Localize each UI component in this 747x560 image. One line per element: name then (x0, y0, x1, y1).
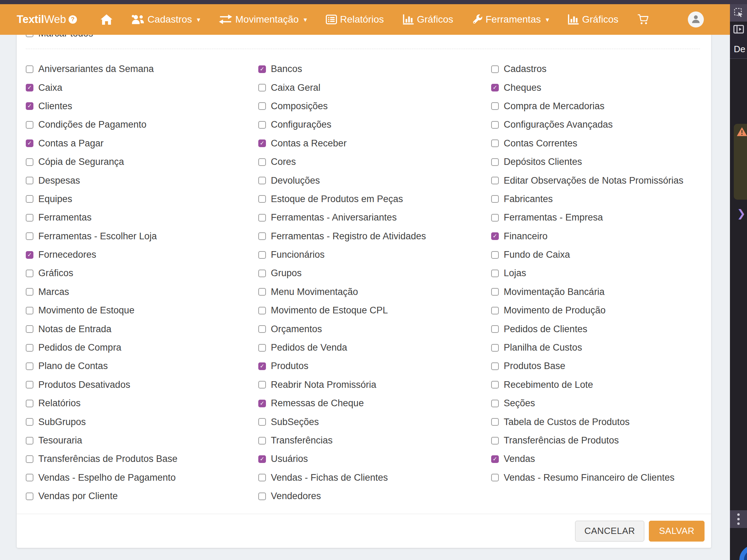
nav-item-graficos-2[interactable]: Gráficos (568, 14, 618, 25)
permission-item[interactable]: ✓ Produtos (258, 357, 491, 375)
checkbox[interactable]: ✓ (491, 455, 499, 463)
checkbox[interactable] (26, 195, 33, 203)
checkbox[interactable] (258, 214, 266, 222)
checkbox[interactable]: ✓ (258, 400, 266, 407)
checkbox[interactable] (491, 270, 499, 277)
checkbox[interactable] (26, 214, 33, 222)
permission-item[interactable]: Transferências de Produtos Base (26, 450, 258, 468)
permission-item[interactable]: ✓ Usuários (258, 450, 491, 468)
permission-item[interactable]: Seções (491, 394, 711, 413)
save-button[interactable]: SALVAR (649, 521, 705, 542)
checkbox[interactable] (491, 418, 499, 426)
checkbox[interactable] (258, 474, 266, 481)
checkbox[interactable] (491, 437, 499, 445)
checkbox[interactable] (258, 288, 266, 296)
checkbox[interactable] (491, 102, 499, 110)
checkbox[interactable] (491, 65, 499, 73)
permission-item[interactable]: Cores (258, 153, 491, 171)
permission-item[interactable]: Lojas (491, 264, 711, 282)
checkbox[interactable] (26, 418, 33, 426)
checkbox[interactable] (26, 177, 33, 184)
permission-item[interactable]: Tabela de Custos de Produtos (491, 413, 711, 431)
checkbox[interactable]: ✓ (258, 139, 266, 147)
permission-item[interactable]: Recebimento de Lote (491, 376, 711, 394)
permission-item[interactable]: Pedidos de Venda (258, 338, 491, 357)
checkbox[interactable]: ✓ (26, 251, 33, 259)
checkbox[interactable] (491, 177, 499, 184)
permission-item[interactable]: Vendas por Cliente (26, 487, 258, 505)
permission-item[interactable]: SubSeções (258, 413, 491, 431)
permission-item[interactable]: Condições de Pagamento (26, 115, 258, 134)
permission-item[interactable]: Compra de Mercadorias (491, 97, 711, 115)
permission-item[interactable]: Movimento de Estoque CPL (258, 301, 491, 320)
permission-item[interactable]: ✓ Contas a Receber (258, 134, 491, 153)
checkbox[interactable] (26, 270, 33, 277)
permission-item[interactable]: ✓ Remessas de Cheque (258, 394, 491, 413)
permission-item[interactable]: Ferramentas - Escolher Loja (26, 227, 258, 246)
checkbox[interactable] (258, 102, 266, 110)
chevron-right-icon[interactable]: ❯ (737, 207, 746, 219)
user-avatar[interactable] (688, 11, 704, 27)
permission-item[interactable]: Gráficos (26, 264, 258, 282)
nav-item-movimentacao[interactable]: Movimentação ▾ (219, 14, 307, 25)
permission-item[interactable]: Funcionários (258, 246, 491, 264)
permission-item[interactable]: Fabricantes (491, 190, 711, 208)
checkbox[interactable] (491, 251, 499, 259)
help-icon[interactable]: ? (69, 15, 77, 24)
checkbox[interactable] (258, 344, 266, 352)
checkbox[interactable] (491, 362, 499, 370)
checkbox[interactable] (26, 121, 33, 129)
checkbox[interactable]: ✓ (26, 139, 33, 147)
permission-item[interactable]: ✓ Financeiro (491, 227, 711, 246)
permission-item[interactable]: Ferramentas - Registro de Atividades (258, 227, 491, 246)
devtools-warning-panel[interactable] (734, 124, 747, 200)
checkbox[interactable] (491, 381, 499, 389)
checkbox[interactable] (258, 158, 266, 166)
permission-item[interactable]: Despesas (26, 171, 258, 190)
permission-item[interactable]: Configurações (258, 115, 491, 134)
floating-badge[interactable] (739, 545, 747, 560)
permission-item[interactable]: Devoluções (258, 171, 491, 190)
checkbox[interactable] (258, 195, 266, 203)
checkbox[interactable] (491, 325, 499, 333)
permission-item[interactable]: Transferências (258, 431, 491, 450)
permission-item[interactable]: Estoque de Produtos em Peças (258, 190, 491, 208)
checkbox[interactable] (26, 474, 33, 481)
checkbox[interactable] (26, 437, 33, 445)
checkbox[interactable] (258, 437, 266, 445)
permission-item[interactable]: Tesouraria (26, 431, 258, 450)
checkbox[interactable] (26, 232, 33, 240)
checkbox[interactable] (491, 344, 499, 352)
permission-item[interactable]: Editar Observações de Notas Promissórias (491, 171, 711, 190)
checkbox[interactable]: ✓ (26, 102, 33, 110)
checkbox[interactable] (258, 418, 266, 426)
checkbox[interactable]: ✓ (258, 362, 266, 370)
nav-item-graficos[interactable]: Gráficos (403, 14, 453, 25)
checkbox[interactable]: ✓ (258, 65, 266, 73)
checkbox[interactable] (258, 270, 266, 277)
checkbox[interactable] (491, 214, 499, 222)
checkbox[interactable] (491, 121, 499, 129)
permission-item[interactable]: Pedidos de Compra (26, 338, 258, 357)
checkbox[interactable] (258, 84, 266, 91)
permission-item[interactable]: Movimento de Produção (491, 301, 711, 320)
checkbox[interactable] (491, 139, 499, 147)
permission-item[interactable]: Grupos (258, 264, 491, 282)
permission-item[interactable]: ✓ Fornecedores (26, 246, 258, 264)
checkbox[interactable]: ✓ (491, 84, 499, 91)
permission-item[interactable]: Contas Correntes (491, 134, 711, 153)
permission-item[interactable]: ✓ Contas a Pagar (26, 134, 258, 153)
checkbox[interactable] (491, 307, 499, 314)
checkbox[interactable] (26, 307, 33, 314)
checkbox[interactable] (26, 493, 33, 500)
checkbox[interactable] (26, 455, 33, 463)
checkbox[interactable] (491, 288, 499, 296)
permission-item[interactable]: Ferramentas - Empresa (491, 208, 711, 227)
checkbox[interactable] (258, 232, 266, 240)
permission-item[interactable]: Menu Movimentação (258, 283, 491, 301)
checkbox[interactable] (258, 381, 266, 389)
permission-item[interactable]: Notas de Entrada (26, 320, 258, 338)
checkbox[interactable] (258, 121, 266, 129)
nav-item-cadastros[interactable]: Cadastros ▾ (131, 14, 200, 25)
permission-item[interactable]: Plano de Contas (26, 357, 258, 375)
